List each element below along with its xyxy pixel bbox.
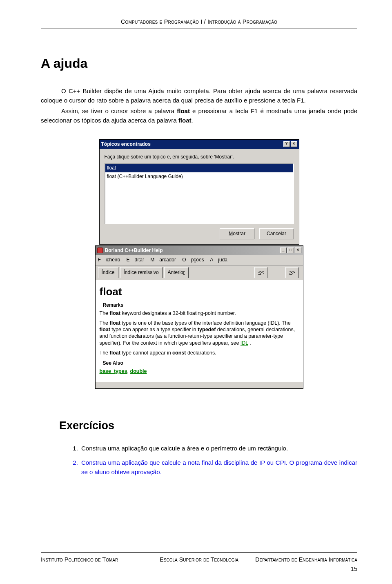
- footer-center: Escola Superior de Tecnologia: [146, 555, 252, 573]
- paragraph-1: O C++ Builder dispõe de uma Ajuda muito …: [41, 86, 357, 105]
- btn-remissive[interactable]: Índice remissivo: [120, 267, 163, 278]
- btn-back[interactable]: Anterior: [164, 267, 189, 278]
- exercises-heading: Exercícios: [59, 417, 357, 435]
- dialog-titlebar[interactable]: Tópicos encontrados ? ×: [100, 140, 299, 149]
- cancel-button[interactable]: Cancelar: [259, 228, 294, 239]
- help-titlebar[interactable]: Borland C++Builder Help _ □ ×: [96, 246, 303, 255]
- app-icon: [97, 247, 103, 253]
- maximize-icon[interactable]: □: [287, 247, 294, 253]
- help-para: The float type is one of the base types …: [100, 320, 299, 346]
- page-footer: Instituto Politécnico de Tomar Escola Su…: [0, 552, 392, 573]
- help-para: The float type cannot appear in const de…: [100, 350, 299, 356]
- header-rule: [41, 29, 357, 29]
- help-window: Borland C++Builder Help _ □ × Ficheiro E…: [95, 245, 303, 389]
- menu-options[interactable]: Opções: [182, 257, 204, 263]
- paragraph-2: Assim, se tiver o cursor sobre a palavra…: [41, 106, 357, 125]
- exercises-list: Construa uma aplicação que calcule a áre…: [80, 444, 357, 477]
- p2-dot: .: [192, 117, 193, 124]
- close-icon[interactable]: ×: [295, 247, 301, 253]
- minimize-icon[interactable]: _: [280, 247, 287, 253]
- menu-bar[interactable]: Ficheiro Editar Marcador Opções Ajuda: [96, 255, 303, 265]
- remarks-heading: Remarks: [103, 301, 299, 309]
- menu-help[interactable]: Ajuda: [210, 257, 227, 263]
- footer-right: Departamento de Engenharia Informática 1…: [252, 555, 357, 573]
- list-item: Construa uma aplicação que calcule a not…: [80, 458, 357, 477]
- link-idl[interactable]: IDL: [241, 340, 248, 346]
- btn-prev[interactable]: <<: [254, 267, 267, 278]
- help-heading: float: [100, 283, 299, 300]
- seealso-heading: See Also: [103, 359, 299, 367]
- help-icon[interactable]: ?: [283, 141, 290, 147]
- help-content: float Remarks The float keyword designat…: [96, 280, 303, 382]
- btn-next[interactable]: >>: [285, 267, 298, 278]
- footer-left: Instituto Politécnico de Tomar: [41, 555, 146, 573]
- kw-float-2: float: [178, 117, 192, 124]
- list-item: Construa uma aplicação que calcule a áre…: [80, 444, 357, 453]
- page-title: A ajuda: [41, 53, 357, 74]
- help-para: The float keyword designates a 32-bit fl…: [100, 310, 299, 317]
- dialog-title: Tópicos encontrados: [101, 140, 151, 148]
- status-bar: [96, 382, 303, 388]
- topics-listbox[interactable]: float float (C++Builder Language Guide): [105, 163, 294, 224]
- link-base-types[interactable]: base_types: [100, 368, 127, 374]
- help-toolbar: Índice Índice remissivo Anterior << >>: [96, 265, 303, 280]
- menu-edit[interactable]: Editar: [127, 257, 144, 263]
- help-title: Borland C++Builder Help: [105, 247, 163, 254]
- dialog-instruction: Faça clique sobre um tópico e, em seguid…: [105, 153, 294, 161]
- list-item[interactable]: float: [105, 164, 293, 172]
- close-icon[interactable]: ×: [291, 141, 297, 147]
- menu-file[interactable]: Ficheiro: [98, 257, 120, 263]
- p2-text: Assim, se tiver o cursor sobre a palavra: [61, 107, 177, 114]
- running-header: Computadores e Programação I / Introduçã…: [41, 17, 357, 26]
- link-double[interactable]: double: [130, 368, 147, 374]
- footer-rule: [41, 552, 357, 553]
- topics-dialog: Tópicos encontrados ? × Faça clique sobr…: [99, 139, 299, 245]
- show-button[interactable]: Mostrar: [220, 228, 254, 239]
- btn-index[interactable]: Índice: [98, 267, 118, 278]
- kw-float-1: float: [177, 107, 190, 114]
- menu-bookmark[interactable]: Marcador: [150, 257, 176, 263]
- list-item[interactable]: float (C++Builder Language Guide): [105, 172, 293, 181]
- seealso-links: base_types, double: [100, 368, 299, 374]
